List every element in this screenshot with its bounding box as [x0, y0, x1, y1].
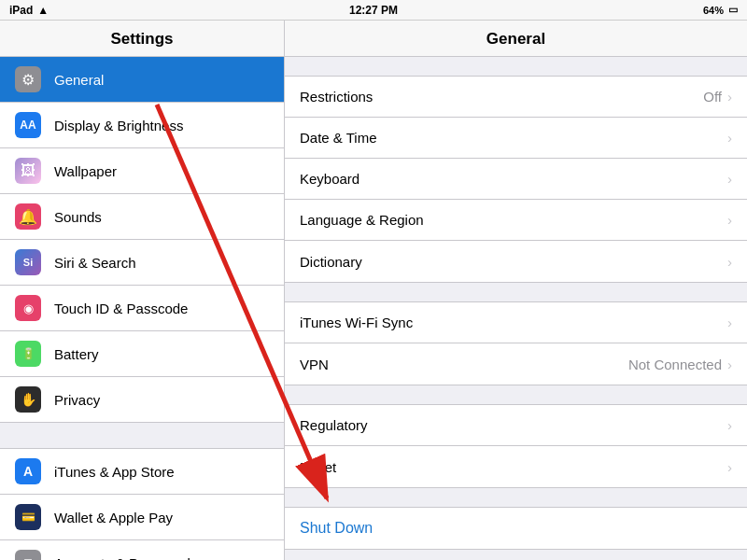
restrictions-label: Restrictions	[300, 89, 373, 105]
siri-label: Siri & Search	[54, 255, 136, 271]
chevron-icon: ›	[727, 315, 732, 330]
row-keyboard[interactable]: Keyboard ›	[285, 159, 747, 200]
keyboard-label: Keyboard	[300, 171, 359, 187]
sidebar-item-touchid[interactable]: ◉ Touch ID & Passcode	[0, 286, 284, 331]
time-label: 12:27 PM	[349, 4, 398, 17]
content-section-1: Restrictions Off › Date & Time › Keyboar…	[285, 76, 747, 283]
content-section-2: iTunes Wi-Fi Sync › VPN Not Connected ›	[285, 301, 747, 385]
row-language[interactable]: Language & Region ›	[285, 200, 747, 241]
itunes-label: iTunes & App Store	[54, 464, 175, 480]
battery-item-icon: 🔋	[15, 341, 41, 367]
reset-label: Reset	[300, 459, 336, 475]
content-section-4: Shut Down	[285, 507, 747, 550]
wallpaper-icon: 🖼	[15, 158, 41, 184]
sidebar-item-itunes[interactable]: A iTunes & App Store	[0, 449, 284, 495]
datetime-value: ›	[727, 130, 732, 146]
carrier-label: iPad	[9, 4, 33, 17]
display-label: Display & Brightness	[54, 118, 183, 133]
chevron-icon: ›	[727, 171, 732, 187]
battery-icon: ▭	[728, 4, 738, 16]
siri-icon: Si	[15, 249, 41, 275]
sidebar-item-sounds[interactable]: 🔔 Sounds	[0, 194, 284, 240]
row-dictionary[interactable]: Dictionary ›	[285, 241, 747, 282]
sidebar-item-battery[interactable]: 🔋 Battery	[0, 331, 284, 377]
row-shutdown[interactable]: Shut Down	[285, 508, 747, 549]
chevron-icon: ›	[727, 417, 732, 433]
wallet-icon: 💳	[15, 504, 41, 530]
accounts-label: Accounts & Passwords	[54, 555, 197, 561]
language-label: Language & Region	[300, 212, 424, 228]
row-reset[interactable]: Reset ›	[285, 446, 747, 487]
vpn-value: Not Connected ›	[628, 357, 732, 372]
general-icon: ⚙	[15, 66, 41, 92]
sidebar-item-privacy[interactable]: ✋ Privacy	[0, 377, 284, 423]
chevron-icon: ›	[727, 254, 732, 270]
section-gap	[0, 423, 284, 449]
sidebar-title: Settings	[0, 21, 284, 57]
dictionary-label: Dictionary	[300, 254, 362, 270]
itunes-icon: A	[15, 458, 41, 484]
content-section-3: Regulatory › Reset ›	[285, 404, 747, 488]
restrictions-value: Off ›	[703, 89, 732, 105]
row-datetime[interactable]: Date & Time ›	[285, 118, 747, 159]
status-right: 64% ▭	[703, 4, 738, 16]
sidebar-item-wallpaper[interactable]: 🖼 Wallpaper	[0, 148, 284, 194]
itunes-wifi-label: iTunes Wi-Fi Sync	[300, 315, 413, 330]
chevron-icon: ›	[727, 130, 732, 146]
sidebar: Settings ⚙ General AA Display & Brightne…	[0, 21, 285, 560]
sidebar-item-display[interactable]: AA Display & Brightness	[0, 103, 284, 148]
touchid-icon: ◉	[15, 295, 41, 321]
regulatory-label: Regulatory	[300, 417, 368, 433]
battery-label: Battery	[54, 346, 99, 362]
wallpaper-label: Wallpaper	[54, 163, 117, 179]
chevron-icon: ›	[727, 357, 732, 372]
vpn-label: VPN	[300, 357, 329, 372]
language-value: ›	[727, 212, 732, 228]
accounts-icon: ⊞	[15, 550, 41, 560]
sidebar-item-accounts[interactable]: ⊞ Accounts & Passwords	[0, 540, 284, 560]
sidebar-item-general[interactable]: ⚙ General	[0, 57, 284, 103]
privacy-icon: ✋	[15, 386, 41, 413]
sidebar-item-wallet[interactable]: 💳 Wallet & Apple Pay	[0, 495, 284, 540]
reset-value: ›	[727, 459, 732, 475]
wallet-label: Wallet & Apple Pay	[54, 510, 173, 525]
chevron-icon: ›	[727, 89, 732, 105]
regulatory-value: ›	[727, 417, 732, 433]
main-container: Settings ⚙ General AA Display & Brightne…	[0, 21, 747, 560]
keyboard-value: ›	[727, 171, 732, 187]
sidebar-item-siri[interactable]: Si Siri & Search	[0, 240, 284, 286]
display-icon: AA	[15, 112, 41, 138]
itunes-wifi-value: ›	[727, 315, 732, 330]
chevron-icon: ›	[727, 459, 732, 475]
dictionary-value: ›	[727, 254, 732, 270]
status-left: iPad ▲	[9, 4, 49, 17]
shutdown-label: Shut Down	[300, 520, 373, 537]
row-itunes-wifi[interactable]: iTunes Wi-Fi Sync ›	[285, 302, 747, 343]
sounds-label: Sounds	[54, 209, 102, 225]
general-label: General	[54, 72, 104, 88]
touchid-label: Touch ID & Passcode	[54, 301, 188, 316]
row-restrictions[interactable]: Restrictions Off ›	[285, 77, 747, 118]
content-title: General	[285, 21, 747, 57]
wifi-icon: ▲	[37, 4, 49, 17]
battery-label: 64%	[703, 5, 724, 16]
datetime-label: Date & Time	[300, 130, 377, 146]
privacy-label: Privacy	[54, 392, 100, 408]
row-vpn[interactable]: VPN Not Connected ›	[285, 343, 747, 385]
status-bar: iPad ▲ 12:27 PM 64% ▭	[0, 0, 747, 21]
sounds-icon: 🔔	[15, 203, 41, 230]
chevron-icon: ›	[727, 212, 732, 228]
row-regulatory[interactable]: Regulatory ›	[285, 405, 747, 446]
content-area: General Restrictions Off › Date & Time ›…	[285, 21, 747, 560]
